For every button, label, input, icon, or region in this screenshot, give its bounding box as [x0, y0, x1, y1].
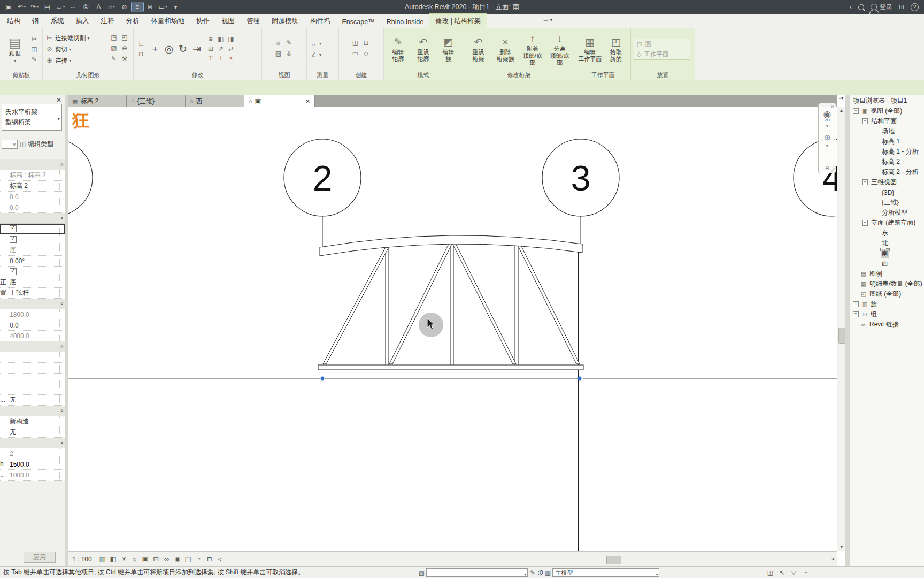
tree-item[interactable]: + ⊡ 组: [850, 309, 924, 320]
ribbon-tab[interactable]: 修改 | 结构桁架: [429, 14, 487, 28]
property-row[interactable]: [0, 406, 65, 416]
remove-truss-family-button[interactable]: ×删除桁架族: [493, 36, 518, 63]
tree-expander[interactable]: −: [862, 220, 868, 226]
connection-end-cut-menu[interactable]: ⊢连接端切割▾: [45, 33, 107, 43]
property-row[interactable]: [0, 374, 65, 384]
reset-truss-button[interactable]: ↶重设桁架: [466, 36, 491, 63]
default-3d-view-icon[interactable]: ⌂▾: [106, 2, 118, 12]
tree-item[interactable]: 标高 1 - 分析: [850, 147, 924, 157]
scroll-right-icon[interactable]: >: [831, 556, 835, 562]
property-row[interactable]: 底: [0, 245, 65, 256]
tree-item[interactable]: 标高 2 - 分析: [850, 167, 924, 177]
tree-expander[interactable]: [874, 139, 879, 144]
property-row[interactable]: [0, 224, 65, 234]
reveal-constraints-icon[interactable]: ⊓: [204, 554, 215, 565]
temporary-view-properties-icon[interactable]: ▤: [183, 554, 194, 565]
scroll-up-icon[interactable]: ▲: [840, 107, 844, 115]
cut-icon[interactable]: ✂: [29, 35, 39, 44]
selection-grip[interactable]: [321, 377, 325, 381]
tree-expander[interactable]: +: [853, 301, 859, 307]
property-row[interactable]: [0, 384, 65, 395]
column-right[interactable]: [579, 245, 583, 551]
ribbon-tab[interactable]: 构件坞: [304, 14, 336, 28]
copy-icon[interactable]: ◎: [162, 39, 176, 60]
tree-expander[interactable]: [853, 292, 858, 296]
edit-type-button[interactable]: 编辑类型: [28, 140, 53, 149]
split-face-icon[interactable]: ▧: [109, 44, 119, 53]
reset-profile-button[interactable]: ↶重设轮廓: [412, 36, 435, 63]
property-row[interactable]: [0, 299, 65, 309]
edit-work-plane-button[interactable]: ▦编辑工作平面: [578, 36, 602, 63]
trim-extend-corner-icon[interactable]: ⇥: [190, 39, 204, 60]
ribbon-tab[interactable]: 分析: [120, 14, 145, 28]
move-icon[interactable]: +: [148, 39, 162, 60]
property-row[interactable]: 1800.0: [0, 309, 65, 320]
property-row[interactable]: 4000.0: [0, 331, 65, 341]
temporary-hide-isolate-icon[interactable]: ∞: [161, 554, 172, 565]
vertical-scrollbar[interactable]: ▲ ▼: [837, 107, 845, 551]
legend-component-icon[interactable]: ◫: [351, 39, 360, 48]
hide-elements-icon[interactable]: ⇊: [284, 49, 294, 58]
view-scale-button[interactable]: 1 : 100: [72, 556, 92, 563]
press-drag-icon[interactable]: ↖: [777, 569, 787, 576]
tree-expander[interactable]: +: [853, 311, 859, 317]
tag-by-category-icon[interactable]: ①: [80, 2, 92, 12]
ribbon-tab[interactable]: Rhino.Inside: [381, 16, 430, 28]
view-tab-list-button[interactable]: ≡▾: [837, 96, 845, 107]
reveal-hidden-elements-icon[interactable]: ☼: [274, 39, 283, 48]
truss-vertical[interactable]: [386, 245, 389, 367]
checkbox[interactable]: [10, 236, 17, 243]
sign-in-button[interactable]: 登录: [871, 3, 892, 12]
checkbox[interactable]: [10, 268, 17, 275]
property-row[interactable]: 正 底: [0, 277, 65, 288]
paste-button[interactable]: ▤ 粘贴 ▾: [3, 34, 27, 64]
truss-structure[interactable]: [318, 235, 583, 551]
view-tab[interactable]: ⌂ 西: [186, 95, 244, 107]
worksharing-display-icon[interactable]: ◔: [194, 554, 204, 565]
truss-diagonal[interactable]: [452, 242, 516, 364]
tree-item[interactable]: − 立面 (建筑立面): [850, 218, 924, 228]
ribbon-tab[interactable]: 系统: [45, 14, 70, 28]
section-icon[interactable]: ⊘: [119, 2, 130, 12]
tree-expander[interactable]: −: [862, 179, 868, 185]
design-options-icon[interactable]: ▥: [543, 569, 552, 576]
ribbon-tab[interactable]: 注释: [95, 14, 120, 28]
edit-family-button[interactable]: ◩编辑族: [437, 36, 460, 63]
filter-icon[interactable]: ▽: [789, 569, 798, 576]
create-similar-icon[interactable]: ⊡: [361, 39, 371, 48]
properties-close-icon[interactable]: ✕: [56, 96, 61, 104]
search-icon[interactable]: [858, 4, 864, 10]
tree-item[interactable]: {3D}: [850, 187, 924, 197]
demolish-icon[interactable]: ⚒: [120, 55, 129, 64]
tree-item[interactable]: + ▥ 族: [850, 299, 924, 309]
redo-icon[interactable]: ↷▾: [29, 2, 41, 12]
tree-item[interactable]: {三维}: [850, 197, 924, 208]
browser-splitter[interactable]: [845, 95, 850, 566]
vertical-scroll-thumb[interactable]: [838, 328, 845, 344]
crop-view-icon[interactable]: ▣: [140, 554, 151, 565]
rotate-icon[interactable]: ↻: [176, 39, 190, 60]
selection-grip[interactable]: [578, 377, 582, 381]
exclude-options-icon[interactable]: ◫: [765, 569, 775, 576]
close-tab-icon[interactable]: ✕: [305, 98, 310, 105]
property-row[interactable]: [0, 267, 65, 277]
horizontal-scrollbar[interactable]: >: [221, 552, 837, 566]
measure-icon[interactable]: ↔▾: [55, 2, 66, 12]
ribbon-tab[interactable]: 协作: [190, 14, 215, 28]
placement-work-plane-option[interactable]: ◇工作平面: [634, 49, 690, 59]
wall-joins-icon[interactable]: ◳: [109, 33, 119, 42]
pin-icon[interactable]: ⊤: [206, 54, 215, 63]
duplicate-view-icon[interactable]: ▭: [351, 49, 360, 58]
create-group-icon[interactable]: ◇: [361, 49, 371, 58]
column-left[interactable]: [320, 248, 325, 551]
tree-item[interactable]: − 结构平面: [850, 116, 924, 126]
tree-item[interactable]: ▦ 明细表/数量 (全部): [850, 279, 924, 289]
unjoin-icon[interactable]: ⊖: [120, 44, 129, 53]
search-combo-stub[interactable]: ∨: [2, 140, 18, 149]
property-row[interactable]: [0, 213, 65, 224]
tree-expander[interactable]: [874, 200, 879, 205]
mirror-draw-axis-icon[interactable]: ◨: [226, 35, 236, 44]
shadows-icon[interactable]: ☼: [129, 554, 140, 565]
show-crop-region-icon[interactable]: ⊡: [151, 554, 161, 565]
property-row[interactable]: [0, 363, 65, 374]
